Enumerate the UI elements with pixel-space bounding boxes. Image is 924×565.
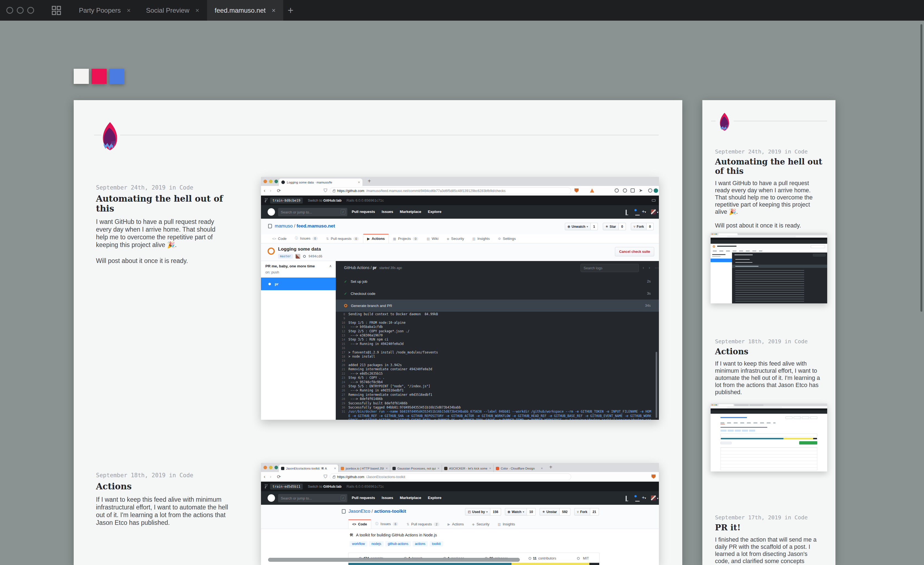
shield-extension-icon — [574, 188, 579, 192]
repo-header: JasonEtco / actions-toolkit ◰Used by▾ 15… — [261, 505, 659, 529]
check-suite-header: Logging some data master 9494cd6 Cancel … — [261, 243, 659, 261]
close-icon — [437, 466, 440, 470]
close-icon — [386, 466, 388, 470]
window-control-1[interactable] — [6, 7, 13, 14]
desktop: Party Poopers Social Preview feed.mamuso… — [0, 0, 924, 565]
traffic-light-minimize — [269, 466, 273, 469]
close-icon[interactable] — [195, 7, 200, 14]
close-icon[interactable] — [127, 7, 130, 14]
repo-breadcrumb: mamuso / feed.mamuso.net — [275, 223, 335, 229]
log-line: 10Step 1/5 : FROM node:10-alpine — [336, 321, 659, 325]
log-line: 29Successfully built 8defdf61486b — [336, 401, 659, 406]
github-search-input — [278, 494, 347, 502]
preview-post-automating: September 24th, 2019 in Code Automating … — [715, 149, 825, 236]
topic-pill: actions — [412, 541, 428, 547]
stat-icon — [577, 557, 580, 560]
url-path: /JasonEtco/actions-toolkit — [366, 475, 405, 479]
plus-menu-icon: +▾ — [642, 209, 646, 214]
tab-feed-mamuso-net[interactable]: feed.mamuso.net — [207, 0, 283, 21]
github-staff-bar: train-8d8cbe19 Switch to GitHub:lab Rail… — [261, 195, 659, 205]
screenshot-github-repo[interactable]: JasonEtco/actions-toolkit: 🛠 A jsonbox.i… — [261, 463, 659, 565]
tab-icon: ▶ — [448, 522, 450, 526]
tab-label: Party Poopers — [79, 7, 121, 14]
check-icon — [344, 292, 347, 296]
tab-overview-icon[interactable] — [51, 6, 62, 15]
post-title: Automating the hell out of this — [96, 194, 225, 213]
mini-staff-bar — [711, 237, 827, 240]
run-title: GitHub Actions / prstarted 39s ago — [344, 266, 402, 270]
nav-link: Pull requests — [352, 210, 375, 214]
horizontal-scrollbar-thumb[interactable] — [268, 558, 520, 562]
log-line: 12Step 2/5 : COPY package*.json ./ — [336, 329, 659, 334]
cancel-check-suite-button: Cancel check suite — [615, 247, 654, 256]
tab-social-preview[interactable]: Social Preview — [138, 0, 207, 21]
tab-title: JasonEtco/actions-toolkit: 🛠 A — [286, 467, 332, 470]
divider — [734, 121, 827, 121]
workflow-steps: Set up job 2s Checkout code 3s — [336, 275, 659, 312]
bookmark-icon: ⛉ — [324, 474, 327, 479]
workflow-step: Checkout code 3s — [336, 287, 659, 299]
repo-tab: ⚙ Settings — [494, 234, 520, 243]
post-date: September 24th, 2019 in Code — [96, 184, 225, 191]
log-line: 18> node install — [336, 355, 659, 359]
log-line: 27Removing intermediate container e0d351… — [336, 393, 659, 397]
branch-badge: master — [278, 254, 293, 258]
site-logo[interactable] — [103, 122, 117, 150]
log-line: 14Step 3/5 : RUN npm ci — [336, 338, 659, 342]
feed-preview-pane: September 24th, 2019 in Code Automating … — [702, 100, 836, 565]
github-nav: / Pull requestsIssuesMarketplaceExplore … — [261, 491, 659, 505]
prev-icon: ‹ — [643, 265, 644, 270]
spinner-icon — [344, 304, 347, 307]
chevron-down-icon: ▾ — [657, 497, 658, 500]
window-control-3[interactable] — [27, 7, 34, 14]
tab-title: Logging some data · mamuso/fe — [287, 181, 356, 184]
post-paragraph: I want GitHub to have a pull request rea… — [715, 180, 823, 215]
tools-emoji-icon: 🛠 — [350, 533, 354, 537]
screenshot-thumbnail-actions[interactable] — [711, 233, 827, 304]
swatch-pink[interactable] — [92, 69, 107, 84]
browser-tab: Color - Cloudflare Design — [494, 464, 545, 472]
screenshot-thumbnail-repo[interactable] — [711, 404, 827, 472]
mini-repo-tabs — [713, 251, 762, 251]
tab-party-poopers[interactable]: Party Poopers — [71, 0, 138, 21]
repo-tab: <> Code — [348, 519, 371, 529]
repo-name-link: feed.mamuso.net — [297, 223, 335, 228]
tab-icon: ▤ — [426, 237, 429, 241]
back-icon: ‹ — [264, 188, 266, 193]
preview-post-actions: September 18th, 2019 in Code Actions If … — [715, 338, 825, 403]
branch-icon — [264, 198, 268, 203]
extension-icon — [590, 188, 594, 192]
avatar — [296, 254, 300, 258]
post-date: September 24th, 2019 in Code — [715, 149, 825, 155]
new-tab-icon: + — [368, 178, 371, 184]
mac-chrome-tabstrip: JasonEtco/actions-toolkit: 🛠 A jsonbox.i… — [261, 463, 659, 472]
workflow-step: Generate branch and PR 34s — [336, 299, 659, 312]
repo-header: mamuso / feed.mamuso.net ◉Unwatch▾ 1 ★St… — [261, 219, 659, 234]
address-field: https://github.com/JasonEtco/actions-too… — [330, 473, 571, 480]
log-line: 31/usr/bin/docker run --name bb8197d495d… — [336, 410, 659, 420]
repo-topics: workflownodejsgithub-actionsactionstoolk… — [350, 541, 443, 547]
screenshot-github-actions-run[interactable]: Logging some data · mamuso/fe + ‹ › ⟳ ⛉ … — [261, 177, 659, 420]
job-item-pr: pr — [261, 278, 336, 290]
new-tab-button[interactable]: + — [288, 5, 293, 16]
workflow-name: PR me, baby, one more time — [266, 264, 323, 268]
check-title: Logging some data — [278, 246, 321, 252]
page-scrollbar-thumb[interactable] — [920, 24, 922, 312]
repo-tab: ▥ Insights — [468, 234, 494, 243]
repo-social-buttons: ◰Used by▾ 156 ◉Watch▾ 10 ★Unstar 592 — [465, 508, 599, 515]
site-logo[interactable] — [718, 113, 730, 131]
swatch-blue[interactable] — [109, 69, 124, 84]
forward-icon: › — [270, 188, 272, 193]
log-line: 20added 213 packages in 3.942s — [336, 363, 659, 367]
github-logo-icon — [268, 208, 275, 216]
github-nav: / Pull requestsIssuesMarketplaceExplore … — [261, 205, 659, 219]
post-date: September 17th, 2019 in Code — [715, 514, 825, 521]
scrollbar-thumb[interactable] — [656, 352, 657, 418]
post-paragraph: I want GitHub to have a pull request rea… — [96, 218, 220, 249]
window-control-2[interactable] — [17, 7, 24, 14]
swatch-white[interactable] — [74, 69, 89, 84]
repo-tab: ⓘ Issues 6 — [371, 519, 403, 529]
close-icon[interactable] — [272, 7, 276, 14]
tab-icon: <> — [272, 237, 276, 241]
log-line: 15 ---> Running in 494240fe0a3d — [336, 342, 659, 346]
